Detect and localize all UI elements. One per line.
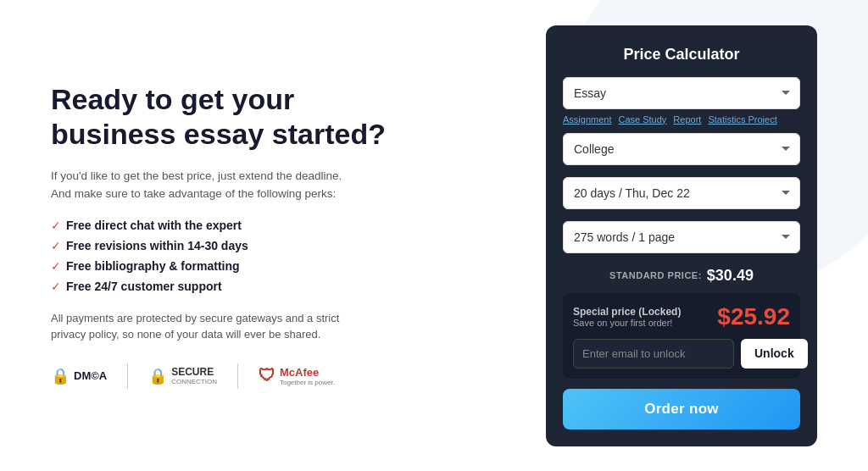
ssl-sublabel: CONNECTION xyxy=(171,378,217,386)
perk-item: ✓ Free direct chat with the expert xyxy=(51,219,512,232)
mcafee-sublabel: Together is power. xyxy=(280,379,335,387)
standard-price-label: STANDARD PRICE: xyxy=(609,270,702,280)
quick-link-assignment[interactable]: Assignment xyxy=(563,114,611,125)
perk-item: ✓ Free revisions within 14-30 days xyxy=(51,239,512,252)
perks-list: ✓ Free direct chat with the expert ✓ Fre… xyxy=(51,219,512,293)
ssl-badge: 🔒 SECURE CONNECTION xyxy=(148,366,217,386)
left-section: Ready to get your business essay started… xyxy=(51,82,546,389)
lock-icon: 🔒 xyxy=(51,367,70,385)
ssl-lock-icon: 🔒 xyxy=(148,367,167,385)
check-icon: ✓ xyxy=(51,239,61,252)
main-heading: Ready to get your business essay started… xyxy=(51,82,512,152)
subtitle: If you'd like to get the best price, jus… xyxy=(51,167,373,203)
quick-link-report[interactable]: Report xyxy=(673,114,701,125)
calculator-title: Price Calculator xyxy=(563,46,800,64)
dmca-badge: 🔒 DM©A xyxy=(51,367,107,385)
dmca-label: DM©A xyxy=(74,369,107,382)
ssl-label: SECURE xyxy=(171,366,217,378)
deadline-select[interactable]: 1 day 3 days 7 days 14 days 20 days / Th… xyxy=(563,177,800,209)
standard-price-value: $30.49 xyxy=(707,267,754,285)
special-price-row: Special price (Locked) Save on your firs… xyxy=(573,303,790,330)
price-calculator: Price Calculator Essay Assignment Case S… xyxy=(546,25,817,446)
unlock-row: Unlock xyxy=(573,339,790,368)
special-price-info: Special price (Locked) Save on your firs… xyxy=(573,306,717,328)
pages-select[interactable]: 275 words / 1 page 550 words / 2 pages 8… xyxy=(563,221,800,253)
standard-price-row: STANDARD PRICE: $30.49 xyxy=(563,258,800,293)
perk-item: ✓ Free bibliography & formatting xyxy=(51,259,512,273)
check-icon: ✓ xyxy=(51,259,61,273)
unlock-button[interactable]: Unlock xyxy=(741,339,808,368)
shield-icon: 🛡 xyxy=(259,366,275,385)
special-price-value: $25.92 xyxy=(717,303,790,330)
quick-links: Assignment Case Study Report Statistics … xyxy=(563,114,800,125)
mcafee-label: McAfee xyxy=(280,366,335,379)
badge-divider-2 xyxy=(237,363,238,389)
mcafee-badge: 🛡 McAfee Together is power. xyxy=(259,366,335,387)
special-locked-label: Special price (Locked) xyxy=(573,306,717,318)
security-text: All payments are protected by secure gat… xyxy=(51,310,364,343)
badge-divider xyxy=(127,363,128,389)
academic-level-select[interactable]: High School College University Master's … xyxy=(563,133,800,165)
check-icon: ✓ xyxy=(51,280,61,293)
perk-item: ✓ Free 24/7 customer support xyxy=(51,280,512,293)
order-now-button[interactable]: Order now xyxy=(563,389,800,429)
quick-link-casestudy[interactable]: Case Study xyxy=(618,114,666,125)
quick-link-statistics[interactable]: Statistics Project xyxy=(708,114,776,125)
check-icon: ✓ xyxy=(51,219,61,232)
trust-badges: 🔒 DM©A 🔒 SECURE CONNECTION 🛡 McAfee Toge… xyxy=(51,363,512,389)
save-label: Save on your first order! xyxy=(573,318,717,328)
special-price-section: Special price (Locked) Save on your firs… xyxy=(563,293,800,379)
email-unlock-input[interactable] xyxy=(573,339,734,368)
page-wrapper: Ready to get your business essay started… xyxy=(0,0,868,471)
essay-type-select[interactable]: Essay Assignment Case Study Report Stati… xyxy=(563,77,800,109)
